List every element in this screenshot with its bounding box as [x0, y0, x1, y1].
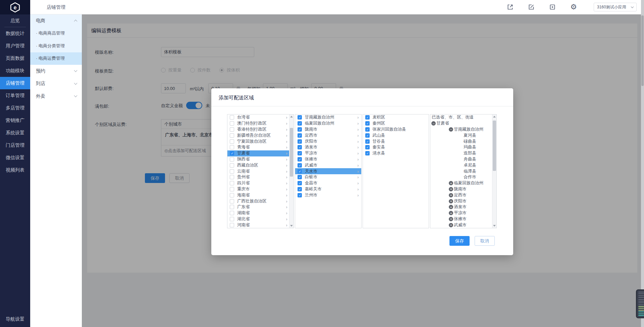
- province-row[interactable]: 广西壮族自治区 ›: [227, 198, 293, 204]
- checkbox[interactable]: [230, 115, 234, 120]
- city-row[interactable]: 金昌市 ›: [295, 180, 361, 186]
- sidebar-item[interactable]: 订单管理: [0, 89, 30, 102]
- city-row[interactable]: 武威市 ›: [295, 162, 361, 168]
- city-row[interactable]: 临夏回族自治州 ›: [295, 121, 361, 127]
- collapse-toggle-icon[interactable]: [449, 223, 453, 227]
- submenu-item[interactable]: 电商分类管理: [30, 40, 82, 52]
- checkbox[interactable]: [298, 145, 302, 149]
- province-row[interactable]: 甘肃省 ›: [227, 150, 293, 156]
- collapse-toggle-icon[interactable]: [449, 205, 453, 209]
- modal-cancel-button[interactable]: 取消: [475, 236, 495, 246]
- checkbox[interactable]: [230, 181, 234, 185]
- checkbox[interactable]: [230, 139, 234, 144]
- checkbox[interactable]: [298, 175, 302, 179]
- checkbox[interactable]: [298, 115, 302, 120]
- selected-tree-item[interactable]: 甘肃省: [430, 121, 496, 127]
- city-row[interactable]: 定西市 ›: [295, 132, 361, 138]
- province-row[interactable]: 河南省 ›: [227, 222, 293, 228]
- city-row[interactable]: 平凉市 ›: [295, 150, 361, 156]
- checkbox[interactable]: [230, 169, 234, 174]
- checkbox[interactable]: [230, 193, 234, 197]
- modal-save-button[interactable]: 保存: [449, 236, 470, 246]
- province-row[interactable]: 宁夏回族自治区 ›: [227, 138, 293, 144]
- settings-gear-icon[interactable]: ⚙: [570, 3, 577, 11]
- checkbox[interactable]: [230, 217, 234, 221]
- page-scrollbar-thumb[interactable]: [641, 15, 644, 86]
- video-icon[interactable]: [549, 3, 556, 11]
- sidebar-item-nav-settings[interactable]: 导航设置: [0, 313, 30, 325]
- district-row[interactable]: 张家川回族自治县 ›: [363, 127, 429, 133]
- selected-tree-item[interactable]: 临潭县: [430, 168, 496, 174]
- district-row[interactable]: 甘谷县 ›: [363, 138, 429, 144]
- checkbox[interactable]: [230, 163, 234, 168]
- city-row[interactable]: 天水市 ›: [295, 168, 361, 174]
- checkbox[interactable]: [230, 157, 234, 161]
- sidebar-item[interactable]: 用户管理: [0, 40, 30, 52]
- checkbox[interactable]: [365, 145, 370, 149]
- province-row[interactable]: 青海省 ›: [227, 144, 293, 150]
- province-row[interactable]: 湖南省 ›: [227, 210, 293, 216]
- collapse-toggle-icon[interactable]: [449, 217, 453, 221]
- scroll-up-icon[interactable]: [290, 116, 293, 118]
- province-row[interactable]: 贵州省 ›: [227, 174, 293, 180]
- sidebar-item[interactable]: 店铺管理: [0, 77, 30, 89]
- scrollbar[interactable]: [289, 114, 293, 228]
- selected-tree-item[interactable]: 庆阳市: [430, 198, 496, 204]
- province-row[interactable]: 广东省 ›: [227, 204, 293, 210]
- checkbox[interactable]: [230, 187, 234, 191]
- checkbox[interactable]: [230, 199, 234, 203]
- scrollbar-thumb[interactable]: [290, 128, 293, 177]
- checkbox[interactable]: [230, 223, 234, 227]
- checkbox[interactable]: [365, 151, 370, 155]
- province-row[interactable]: 海南省 ›: [227, 192, 293, 198]
- submenu-item[interactable]: 电商运费管理: [30, 52, 82, 65]
- selected-tree-item[interactable]: 平凉市: [430, 210, 496, 216]
- edit-icon[interactable]: [528, 3, 535, 11]
- checkbox[interactable]: [298, 169, 302, 174]
- checkbox[interactable]: [365, 115, 370, 120]
- collapse-toggle-icon[interactable]: [449, 181, 453, 185]
- sidebar-item[interactable]: 多店管理: [0, 102, 30, 114]
- page-scrollbar[interactable]: [641, 0, 644, 327]
- selected-tree-item[interactable]: 合作市: [430, 174, 496, 180]
- checkbox[interactable]: [298, 139, 302, 144]
- checkbox[interactable]: [365, 127, 370, 132]
- province-row[interactable]: 云南省 ›: [227, 168, 293, 174]
- checkbox[interactable]: [230, 151, 234, 155]
- city-row[interactable]: 酒泉市 ›: [295, 144, 361, 150]
- district-row[interactable]: 秦州区 ›: [363, 121, 429, 127]
- city-row[interactable]: 兰州市 ›: [295, 192, 361, 198]
- checkbox[interactable]: [365, 121, 370, 126]
- province-row[interactable]: 香港特别行政区 ›: [227, 127, 293, 133]
- city-row[interactable]: 甘南藏族自治州 ›: [295, 114, 361, 121]
- selected-tree-item[interactable]: 张掖市: [430, 216, 496, 222]
- scrollbar[interactable]: [492, 114, 496, 228]
- checkbox[interactable]: [365, 139, 370, 144]
- province-row[interactable]: 台湾省 ›: [227, 114, 293, 121]
- scroll-minimap-widget[interactable]: [636, 289, 644, 318]
- sidebar-item[interactable]: 数据统计: [0, 27, 30, 40]
- sidebar-item[interactable]: 视频列表: [0, 164, 30, 176]
- district-row[interactable]: 秦安县 ›: [363, 144, 429, 150]
- sidebar-item[interactable]: 页面数据: [0, 52, 30, 64]
- selected-tree-item[interactable]: 陇南市: [430, 186, 496, 192]
- selected-tree-item[interactable]: 武威市: [430, 222, 496, 228]
- city-row[interactable]: 陇南市 ›: [295, 127, 361, 133]
- province-row[interactable]: 陕西省 ›: [227, 156, 293, 162]
- checkbox[interactable]: [298, 193, 302, 197]
- submenu-item[interactable]: 电商: [30, 14, 82, 27]
- selected-tree-item[interactable]: 碌曲县: [430, 138, 496, 144]
- app-logo[interactable]: e: [0, 0, 30, 14]
- province-row[interactable]: 西藏自治区 ›: [227, 162, 293, 168]
- collapse-toggle-icon[interactable]: [449, 193, 453, 197]
- province-row[interactable]: 湖北省 ›: [227, 216, 293, 222]
- scroll-up-icon[interactable]: [493, 116, 496, 118]
- selected-tree-item[interactable]: 定西市: [430, 192, 496, 198]
- checkbox[interactable]: [230, 121, 234, 126]
- collapse-toggle-icon[interactable]: [449, 211, 453, 215]
- checkbox[interactable]: [365, 133, 370, 138]
- checkbox[interactable]: [298, 163, 302, 168]
- submenu-item[interactable]: 外卖: [30, 90, 82, 103]
- checkbox[interactable]: [230, 133, 234, 138]
- province-row[interactable]: 四川省 ›: [227, 180, 293, 186]
